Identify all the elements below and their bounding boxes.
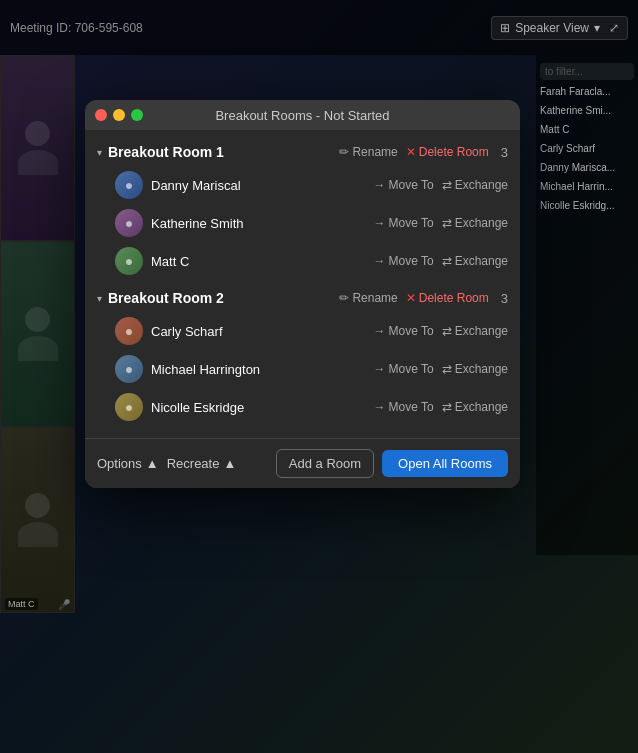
move-to-button-danny[interactable]: → Move To: [373, 178, 433, 192]
modal-footer: Options ▲ Recreate ▲ Add a Room Open All…: [85, 438, 520, 488]
minimize-button[interactable]: [113, 109, 125, 121]
arrow-icon-katherine: →: [373, 216, 385, 230]
arrow-icon-michael: →: [373, 362, 385, 376]
exchange-button-matt[interactable]: ⇄ Exchange: [442, 254, 508, 268]
exchange-button-michael[interactable]: ⇄ Exchange: [442, 362, 508, 376]
avatar-person-matt: [115, 247, 143, 275]
modal-title: Breakout Rooms - Not Started: [215, 108, 389, 123]
room2-name: Breakout Room 2: [108, 290, 333, 306]
move-to-button-katherine[interactable]: → Move To: [373, 216, 433, 230]
room1-delete-label: Delete Room: [419, 145, 489, 159]
options-chevron-icon: ▲: [146, 456, 159, 471]
room2-rename-button[interactable]: ✏ Rename: [339, 291, 397, 305]
avatar-carly: [115, 317, 143, 345]
exchange-label-katherine: Exchange: [455, 216, 508, 230]
arrow-icon-danny: →: [373, 178, 385, 192]
room1-count: 3: [501, 145, 508, 160]
pencil-icon-2: ✏: [339, 291, 349, 305]
avatar-matt: [115, 247, 143, 275]
exchange-icon-katherine: ⇄: [442, 216, 452, 230]
exchange-label-danny: Exchange: [455, 178, 508, 192]
exchange-icon-carly: ⇄: [442, 324, 452, 338]
participant-name-michael: Michael Harrington: [151, 362, 365, 377]
exchange-icon-matt: ⇄: [442, 254, 452, 268]
room2-actions: ✏ Rename ✕ Delete Room 3: [339, 291, 508, 306]
recreate-button[interactable]: Recreate ▲: [167, 456, 237, 471]
room-section-2: ▾ Breakout Room 2 ✏ Rename ✕ Delete Room…: [85, 284, 520, 426]
delete-x-icon-2: ✕: [406, 291, 416, 305]
room2-delete-label: Delete Room: [419, 291, 489, 305]
move-to-button-michael[interactable]: → Move To: [373, 362, 433, 376]
move-to-button-matt[interactable]: → Move To: [373, 254, 433, 268]
exchange-button-katherine[interactable]: ⇄ Exchange: [442, 216, 508, 230]
open-all-label: Open All Rooms: [398, 456, 492, 471]
avatar-michael: [115, 355, 143, 383]
options-button[interactable]: Options ▲: [97, 456, 159, 471]
room-section-1: ▾ Breakout Room 1 ✏ Rename ✕ Delete Room…: [85, 138, 520, 280]
table-row: Nicolle Eskridge → Move To ⇄ Exchange: [85, 388, 520, 426]
arrow-icon-matt: →: [373, 254, 385, 268]
room1-header: ▾ Breakout Room 1 ✏ Rename ✕ Delete Room…: [85, 138, 520, 166]
avatar-katherine: [115, 209, 143, 237]
exchange-label-michael: Exchange: [455, 362, 508, 376]
avatar-danny: [115, 171, 143, 199]
avatar-person-nicolle: [115, 393, 143, 421]
avatar-person-katherine: [115, 209, 143, 237]
room1-actions: ✏ Rename ✕ Delete Room 3: [339, 145, 508, 160]
table-row: Carly Scharf → Move To ⇄ Exchange: [85, 312, 520, 350]
delete-x-icon-1: ✕: [406, 145, 416, 159]
exchange-icon-danny: ⇄: [442, 178, 452, 192]
recreate-label: Recreate: [167, 456, 220, 471]
exchange-icon-michael: ⇄: [442, 362, 452, 376]
maximize-button[interactable]: [131, 109, 143, 121]
arrow-icon-nicolle: →: [373, 400, 385, 414]
move-to-label-danny: Move To: [388, 178, 433, 192]
room1-name: Breakout Room 1: [108, 144, 333, 160]
arrow-icon-carly: →: [373, 324, 385, 338]
table-row: Danny Mariscal → Move To ⇄ Exchange: [85, 166, 520, 204]
pencil-icon-1: ✏: [339, 145, 349, 159]
recreate-chevron-icon: ▲: [223, 456, 236, 471]
exchange-button-carly[interactable]: ⇄ Exchange: [442, 324, 508, 338]
collapse-icon-2[interactable]: ▾: [97, 293, 102, 304]
exchange-button-nicolle[interactable]: ⇄ Exchange: [442, 400, 508, 414]
move-to-label-matt: Move To: [388, 254, 433, 268]
room1-rename-label: Rename: [352, 145, 397, 159]
close-button[interactable]: [95, 109, 107, 121]
open-all-rooms-button[interactable]: Open All Rooms: [382, 450, 508, 477]
participant-name-carly: Carly Scharf: [151, 324, 365, 339]
avatar-person-danny: [115, 171, 143, 199]
exchange-label-carly: Exchange: [455, 324, 508, 338]
modal-titlebar: Breakout Rooms - Not Started: [85, 100, 520, 130]
move-to-label-katherine: Move To: [388, 216, 433, 230]
options-label: Options: [97, 456, 142, 471]
participant-name-danny: Danny Mariscal: [151, 178, 365, 193]
room1-delete-button[interactable]: ✕ Delete Room: [406, 145, 489, 159]
move-to-button-carly[interactable]: → Move To: [373, 324, 433, 338]
table-row: Katherine Smith → Move To ⇄ Exchange: [85, 204, 520, 242]
room2-delete-button[interactable]: ✕ Delete Room: [406, 291, 489, 305]
room2-count: 3: [501, 291, 508, 306]
move-to-label-carly: Move To: [388, 324, 433, 338]
exchange-label-matt: Exchange: [455, 254, 508, 268]
avatar-person-michael: [115, 355, 143, 383]
avatar-person-carly: [115, 317, 143, 345]
table-row: Matt C → Move To ⇄ Exchange: [85, 242, 520, 280]
add-room-label: Add a Room: [289, 456, 361, 471]
move-to-label-nicolle: Move To: [388, 400, 433, 414]
participant-name-katherine: Katherine Smith: [151, 216, 365, 231]
modal-body: ▾ Breakout Room 1 ✏ Rename ✕ Delete Room…: [85, 130, 520, 438]
exchange-icon-nicolle: ⇄: [442, 400, 452, 414]
room1-rename-button[interactable]: ✏ Rename: [339, 145, 397, 159]
exchange-button-danny[interactable]: ⇄ Exchange: [442, 178, 508, 192]
add-room-button[interactable]: Add a Room: [276, 449, 374, 478]
collapse-icon-1[interactable]: ▾: [97, 147, 102, 158]
breakout-rooms-modal: Breakout Rooms - Not Started ▾ Breakout …: [85, 100, 520, 488]
avatar-nicolle: [115, 393, 143, 421]
move-to-label-michael: Move To: [388, 362, 433, 376]
exchange-label-nicolle: Exchange: [455, 400, 508, 414]
move-to-button-nicolle[interactable]: → Move To: [373, 400, 433, 414]
room2-header: ▾ Breakout Room 2 ✏ Rename ✕ Delete Room…: [85, 284, 520, 312]
participant-name-matt: Matt C: [151, 254, 365, 269]
participant-name-nicolle: Nicolle Eskridge: [151, 400, 365, 415]
